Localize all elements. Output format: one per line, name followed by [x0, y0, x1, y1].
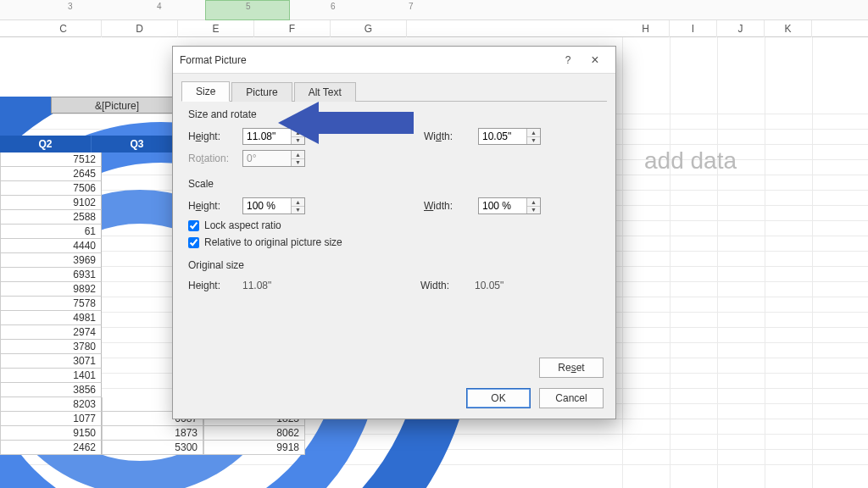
cell[interactable]: 2974	[0, 325, 102, 340]
cell[interactable]: 4981	[0, 311, 102, 325]
cell[interactable]: 7512	[0, 152, 102, 167]
relative-size-label: Relative to original picture size	[204, 236, 342, 248]
spin-down-icon[interactable]: ▼	[527, 207, 540, 214]
lock-aspect-input[interactable]	[188, 220, 199, 231]
col-header[interactable]: J	[717, 20, 765, 37]
size-panel: Size and rotate Height: ▲▼ Width: ▲▼ Rot…	[173, 102, 615, 310]
col-q3[interactable]: Q3	[92, 136, 183, 152]
section-title: Scale	[188, 178, 600, 190]
cell[interactable]: 9892	[0, 282, 102, 297]
cell[interactable]: 5300	[102, 441, 203, 455]
cell[interactable]: 3969	[0, 253, 102, 268]
dialog-titlebar[interactable]: Format Picture ? ×	[173, 47, 615, 74]
cell[interactable]: 1401	[0, 369, 102, 383]
scale-height-input[interactable]	[243, 198, 291, 214]
spin-down-icon[interactable]: ▼	[292, 137, 304, 145]
cell[interactable]: 6931	[0, 268, 102, 282]
scale-height-label: Height:	[188, 200, 242, 212]
cell[interactable]: 9150	[0, 426, 102, 441]
cell[interactable]: 4440	[0, 239, 102, 253]
scale-width-spinner[interactable]: ▲▼	[478, 197, 541, 214]
spin-down-icon: ▼	[292, 159, 304, 167]
table-row[interactable]: 915018738062	[0, 426, 322, 441]
ruler-tick: 4	[157, 2, 162, 11]
scale-height-spinner[interactable]: ▲▼	[242, 197, 305, 214]
width-label: Width:	[424, 130, 478, 142]
cell[interactable]: 2588	[0, 210, 102, 225]
col-header[interactable]: I	[670, 20, 717, 37]
reset-button[interactable]: Reset	[539, 358, 604, 378]
col-header[interactable]: D	[102, 20, 178, 37]
lock-aspect-label: Lock aspect ratio	[204, 219, 281, 231]
close-icon: ×	[591, 53, 598, 68]
cell[interactable]: 3856	[0, 383, 102, 397]
scale-width-input[interactable]	[479, 198, 526, 214]
spin-down-icon[interactable]: ▼	[527, 137, 540, 145]
tab-strip: Size Picture Alt Text	[173, 74, 615, 101]
tab-size[interactable]: Size	[181, 81, 230, 102]
cell[interactable]: 8203	[0, 397, 102, 412]
ruler-tick: 7	[409, 2, 414, 11]
spin-up-icon[interactable]: ▲	[527, 129, 540, 137]
format-picture-dialog: Format Picture ? × Size Picture Alt Text…	[172, 46, 616, 419]
width-spinner[interactable]: ▲▼	[478, 128, 541, 145]
cell[interactable]: 9918	[203, 441, 305, 455]
width-input[interactable]	[479, 129, 526, 144]
cell[interactable]: 7506	[0, 181, 102, 196]
section-size-rotate: Size and rotate Height: ▲▼ Width: ▲▼ Rot…	[188, 108, 600, 169]
horizontal-ruler: 3 4 5 6 7	[0, 0, 868, 20]
help-button[interactable]: ?	[554, 48, 581, 72]
tab-picture[interactable]: Picture	[231, 82, 292, 102]
orig-width-value: 10.05"	[475, 280, 526, 291]
cell[interactable]: 3071	[0, 354, 102, 369]
cell[interactable]: 1077	[0, 412, 102, 426]
height-spinner[interactable]: ▲▼	[242, 128, 305, 145]
section-title: Size and rotate	[188, 108, 600, 120]
col-header[interactable]: F	[254, 20, 331, 37]
cancel-button[interactable]: Cancel	[539, 388, 604, 408]
orig-height-label: Height:	[188, 280, 242, 291]
cell[interactable]: 9102	[0, 196, 102, 210]
section-original-size: Original size Height: 11.08" Width: 10.0…	[188, 259, 600, 295]
height-label: Height:	[188, 130, 242, 142]
height-input[interactable]	[243, 129, 291, 144]
cell[interactable]: 61	[0, 225, 102, 239]
ok-button[interactable]: OK	[466, 388, 531, 408]
ruler-tick: 3	[68, 2, 73, 11]
watermark-text: add data	[644, 147, 737, 175]
col-header[interactable]: G	[331, 20, 407, 37]
tab-alt-text[interactable]: Alt Text	[294, 82, 356, 102]
cell[interactable]: 7578	[0, 297, 102, 311]
ruler-tick: 5	[246, 2, 251, 11]
orig-height-value: 11.08"	[242, 280, 293, 291]
spin-up-icon[interactable]: ▲	[292, 198, 304, 207]
cell[interactable]: 1873	[102, 426, 203, 441]
spin-up-icon: ▲	[292, 151, 304, 159]
col-header[interactable]: E	[178, 20, 254, 37]
rotation-input	[243, 151, 291, 166]
scale-width-label: Width:	[424, 200, 478, 212]
col-header[interactable]: C	[25, 20, 102, 37]
cell[interactable]: 2462	[0, 441, 102, 455]
orig-width-label: Width:	[420, 280, 475, 291]
cell[interactable]: 3780	[0, 340, 102, 354]
col-header[interactable]: K	[765, 20, 812, 37]
cell[interactable]: 2645	[0, 167, 102, 181]
header-picture-token[interactable]: &[Picture]	[51, 97, 183, 114]
relative-size-checkbox[interactable]: Relative to original picture size	[188, 234, 600, 251]
column-headers: C D E F G H I J K	[0, 20, 868, 37]
section-scale: Scale Height: ▲▼ Width: ▲▼ Lock aspect r…	[188, 178, 600, 251]
rotation-label: Rotation:	[188, 152, 242, 164]
table-header: Q2 Q3	[0, 136, 183, 152]
col-q2[interactable]: Q2	[0, 136, 92, 152]
spin-up-icon[interactable]: ▲	[292, 129, 304, 137]
relative-size-input[interactable]	[188, 237, 199, 248]
spin-up-icon[interactable]: ▲	[527, 198, 540, 207]
cell[interactable]: 8062	[203, 426, 305, 441]
col-header[interactable]: H	[622, 20, 670, 37]
help-icon: ?	[565, 54, 571, 66]
close-button[interactable]: ×	[581, 48, 609, 72]
spin-down-icon[interactable]: ▼	[292, 207, 304, 214]
table-row[interactable]: 246253009918	[0, 441, 322, 455]
lock-aspect-checkbox[interactable]: Lock aspect ratio	[188, 217, 600, 234]
